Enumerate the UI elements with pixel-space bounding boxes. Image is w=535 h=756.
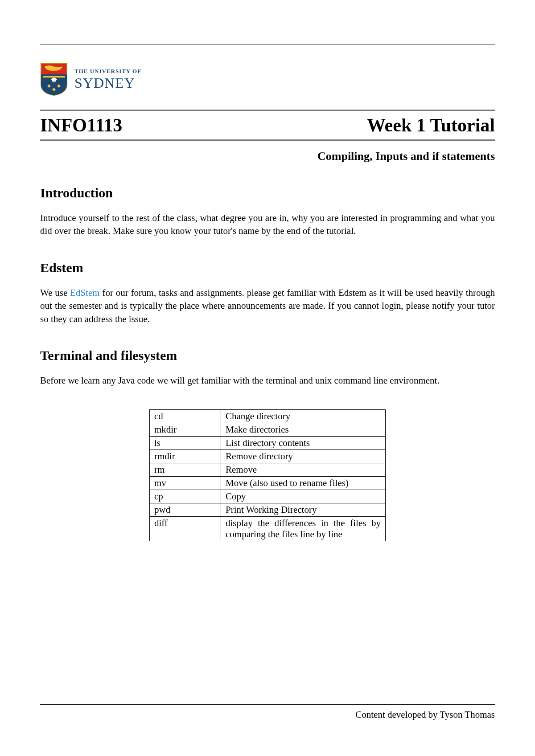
command-name: mkdir bbox=[150, 423, 221, 437]
command-name: rmdir bbox=[150, 450, 221, 463]
introduction-body: Introduce yourself to the rest of the cl… bbox=[40, 212, 495, 238]
command-name: ls bbox=[150, 437, 221, 450]
command-name: diff bbox=[150, 517, 221, 541]
command-description: Copy bbox=[221, 490, 386, 503]
command-description: List directory contents bbox=[221, 437, 386, 450]
command-description: Remove directory bbox=[221, 450, 386, 463]
footer-rule bbox=[40, 704, 495, 705]
svg-rect-1 bbox=[43, 76, 65, 78]
edstem-body: We use EdStem for our forum, tasks and a… bbox=[40, 286, 495, 326]
course-code: INFO1113 bbox=[40, 114, 122, 136]
footer-text: Content developed by Tyson Thomas bbox=[40, 709, 495, 720]
table-row: diffdisplay the differences in the files… bbox=[150, 517, 386, 541]
university-name: THE UNIVERSITY OF SYDNEY bbox=[74, 68, 141, 91]
week-title: Week 1 Tutorial bbox=[367, 114, 495, 136]
command-description: Change directory bbox=[221, 410, 386, 423]
commands-table: cdChange directorymkdirMake directoriesl… bbox=[149, 409, 386, 541]
document-page: THE UNIVERSITY OF SYDNEY INFO1113 Week 1… bbox=[0, 0, 535, 756]
edstem-link[interactable]: EdStem bbox=[70, 287, 100, 298]
command-name: pwd bbox=[150, 503, 221, 517]
command-name: cd bbox=[150, 410, 221, 423]
introduction-heading: Introduction bbox=[40, 185, 495, 200]
title-row: INFO1113 Week 1 Tutorial bbox=[40, 114, 495, 136]
command-name: cp bbox=[150, 490, 221, 503]
command-description: display the differences in the files by … bbox=[221, 517, 386, 541]
university-large-text: SYDNEY bbox=[74, 75, 141, 91]
edstem-heading: Edstem bbox=[40, 260, 495, 275]
table-row: rmdirRemove directory bbox=[150, 450, 386, 463]
document-subtitle: Compiling, Inputs and if statements bbox=[40, 150, 495, 163]
table-row: cdChange directory bbox=[150, 410, 386, 423]
university-logo-row: THE UNIVERSITY OF SYDNEY bbox=[40, 63, 495, 96]
table-row: cpCopy bbox=[150, 490, 386, 503]
command-description: Remove bbox=[221, 463, 386, 477]
title-top-divider bbox=[40, 110, 495, 111]
command-description: Move (also used to rename files) bbox=[221, 477, 386, 490]
table-row: lsList directory contents bbox=[150, 437, 386, 450]
command-description: Make directories bbox=[221, 423, 386, 437]
table-row: rmRemove bbox=[150, 463, 386, 477]
terminal-body: Before we learn any Java code we will ge… bbox=[40, 374, 495, 387]
table-row: mvMove (also used to rename files) bbox=[150, 477, 386, 490]
terminal-heading: Terminal and filesystem bbox=[40, 348, 495, 363]
edstem-suffix: for our forum, tasks and assignments. pl… bbox=[40, 287, 495, 324]
command-description: Print Working Directory bbox=[221, 503, 386, 517]
university-small-text: THE UNIVERSITY OF bbox=[74, 68, 141, 75]
top-rule bbox=[40, 45, 495, 45]
command-name: mv bbox=[150, 477, 221, 490]
table-row: mkdirMake directories bbox=[150, 423, 386, 437]
page-footer: Content developed by Tyson Thomas bbox=[40, 704, 495, 720]
title-bottom-divider bbox=[40, 139, 495, 141]
command-name: rm bbox=[150, 463, 221, 477]
table-row: pwdPrint Working Directory bbox=[150, 503, 386, 517]
edstem-prefix: We use bbox=[40, 287, 70, 298]
university-crest-icon bbox=[40, 63, 68, 96]
